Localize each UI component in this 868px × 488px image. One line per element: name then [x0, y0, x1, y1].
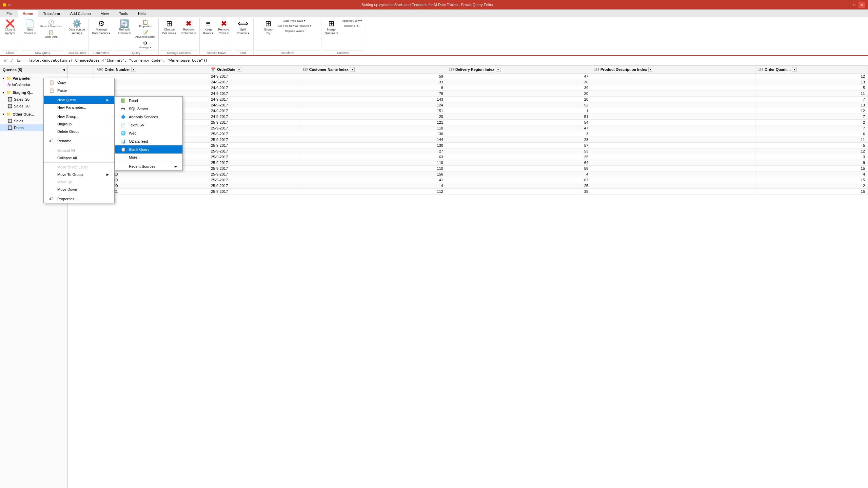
ctx-odata-feed[interactable]: 📊 OData feed: [115, 137, 182, 145]
close-button[interactable]: ✕: [859, 2, 865, 8]
ctx-new-parameter[interactable]: New Parameter...: [44, 104, 114, 111]
cell-delividx: 28: [446, 137, 591, 143]
col-label-order: Order Number: [105, 67, 130, 72]
remove-columns-button[interactable]: ✖ RemoveColumns ▾: [179, 19, 198, 37]
col-header-delivery-idx: 123 Delivery Region Index ▼: [446, 66, 591, 74]
tab-tools[interactable]: Tools: [114, 9, 133, 17]
col-filter-product[interactable]: ▼: [648, 67, 653, 72]
ctx-blank-query[interactable]: 📋 Blank Query: [115, 145, 182, 154]
cell-custidx: 76: [300, 91, 446, 97]
cell-delividx: 35: [446, 189, 591, 195]
ctx-web[interactable]: 🌐 Web: [115, 129, 182, 137]
manage-cols-group-label: Manage Columns: [160, 50, 198, 55]
merge-queries-button[interactable]: ⊞ MergeQueries ▾: [323, 19, 340, 37]
ctx-sep-6: [44, 194, 114, 194]
ctx-move-to-group[interactable]: Move To Group ▶: [44, 171, 114, 178]
sales2-icon: 🔲: [7, 104, 13, 108]
ctx-new-query[interactable]: New Query ▶: [44, 96, 114, 104]
group-by-button[interactable]: ⊞ GroupBy: [261, 19, 275, 37]
close-apply-icon: ❌: [5, 20, 15, 27]
manage-parameters-button[interactable]: ⚙ ManageParameters ▾: [90, 19, 113, 37]
cell-prodidx: [591, 91, 755, 97]
cell-delividx: 51: [446, 114, 591, 120]
replace-values-button[interactable]: Replace Values: [276, 29, 313, 33]
ctx-new-group[interactable]: New Group...: [44, 113, 114, 120]
ctx-expand-all-label: Expand All: [57, 148, 75, 152]
cell-date: 25-9-2017: [208, 143, 300, 148]
recent-sources-label: Recent Sources ▾: [40, 25, 62, 28]
cell-date: 25-9-2017: [208, 160, 300, 166]
data-type-button[interactable]: Data Type: Date ▾: [276, 19, 313, 23]
enter-data-button[interactable]: 📋 Enter Data: [39, 29, 63, 39]
enter-data-icon: 📋: [48, 30, 54, 35]
properties-button[interactable]: 📋 Properties: [134, 19, 157, 28]
cell-prodidx: [591, 183, 755, 189]
minimize-button[interactable]: ─: [844, 2, 850, 8]
ctx-more[interactable]: More...: [115, 154, 182, 161]
data-grid-container[interactable]: ABC Order Number ▼ 📅 OrderDate ▼: [68, 65, 868, 488]
advanced-editor-icon: 📝: [142, 30, 148, 35]
append-query-button[interactable]: Append Query ▾: [341, 19, 364, 23]
tab-add-column[interactable]: Add Column: [65, 9, 96, 17]
ctx-collapse-all[interactable]: Collapse All: [44, 154, 114, 162]
advanced-editor-button[interactable]: 📝 Advanced Editor: [134, 29, 157, 39]
cell-custidx: 112: [300, 189, 446, 195]
col-filter-qty[interactable]: ▼: [792, 67, 797, 72]
tab-view[interactable]: View: [96, 9, 114, 17]
ctx-text-csv[interactable]: 📄 Text/CSV: [115, 121, 182, 129]
tab-home[interactable]: Home: [18, 9, 38, 17]
ctx-delete-group-label: Delete Group: [57, 129, 79, 134]
dates-icon: 🔲: [7, 125, 13, 130]
sales-icon: 🔲: [7, 119, 13, 123]
use-first-row-button[interactable]: Use First Row as Headers ▾: [276, 24, 313, 28]
manage-icon: ⚙: [143, 40, 147, 46]
recent-sources-arrow: ▶: [175, 165, 177, 168]
tab-file[interactable]: File: [1, 9, 18, 17]
remove-rows-button[interactable]: ✖ RemoveRows ▾: [216, 19, 232, 37]
table-row: 25-9-2017 27 53 12: [68, 148, 868, 154]
manage-button[interactable]: ⚙ Manage ▾: [134, 40, 157, 49]
tab-transform[interactable]: Transform: [38, 9, 65, 17]
col-filter-order[interactable]: ▼: [131, 67, 136, 72]
data-source-settings-button[interactable]: ⚙️ Data sourcesettings: [66, 19, 87, 37]
choose-columns-button[interactable]: ⊞ ChooseColumns ▾: [160, 19, 179, 37]
tab-help[interactable]: Help: [133, 9, 151, 17]
ctx-copy[interactable]: 📋 Copy: [44, 78, 114, 86]
ctx-recent-sources-sub[interactable]: Recent Sources ▶: [115, 163, 182, 170]
keep-rows-button[interactable]: ≡ KeepRows ▾: [201, 19, 215, 37]
ctx-paste[interactable]: 📋 Paste: [44, 86, 114, 95]
col-header-order-qty: 123 Order Quanti... ▼: [755, 66, 868, 74]
ctx-properties[interactable]: 🏷 Properties...: [44, 195, 114, 203]
cell-prodidx: [591, 131, 755, 137]
cell-delividx: 4: [446, 171, 591, 177]
formula-input[interactable]: [23, 58, 866, 63]
recent-sources-button[interactable]: 🕐 Recent Sources ▾: [39, 19, 63, 28]
refresh-preview-label: RefreshPreview ▾: [118, 28, 131, 35]
refresh-preview-button[interactable]: 🔄 RefreshPreview ▾: [116, 19, 133, 37]
col-filter-customer[interactable]: ▼: [350, 67, 355, 72]
col-filter-delivery[interactable]: ▼: [496, 67, 500, 72]
formula-accept-button[interactable]: ✓: [9, 58, 15, 63]
ctx-ungroup[interactable]: Ungroup: [44, 120, 114, 128]
ctx-analysis-services[interactable]: 🔷 Analysis Services: [115, 113, 182, 121]
maximize-button[interactable]: □: [851, 2, 858, 8]
manage-parameters-icon: ⚙: [98, 20, 105, 27]
formula-cancel-button[interactable]: ✕: [2, 58, 8, 63]
ctx-delete-group[interactable]: Delete Group: [44, 128, 114, 135]
new-source-button[interactable]: 📄 NewSource ▾: [22, 19, 38, 37]
cell-custidx: 8: [300, 85, 446, 91]
query-group-label: Query: [116, 50, 157, 55]
ctx-excel[interactable]: 📗 Excel: [115, 97, 182, 105]
queries-collapse-icon[interactable]: ◂: [63, 67, 65, 72]
col-filter-date[interactable]: ▼: [237, 67, 241, 72]
ctx-sql-server[interactable]: 🗃 SQL Server: [115, 105, 182, 113]
ctx-move-down[interactable]: Move Down: [44, 186, 114, 193]
ctx-odata-label: OData feed: [129, 139, 148, 143]
close-apply-button[interactable]: ❌ Close &Apply ▾: [3, 19, 18, 37]
col-header-rownum: [68, 66, 94, 74]
ctx-properties-icon: 🏷: [49, 197, 55, 201]
cell-orderqty: 7: [755, 97, 868, 102]
ctx-rename[interactable]: 🏷 Rename: [44, 137, 114, 145]
split-column-button[interactable]: ⟺ SplitColumn ▾: [235, 19, 252, 37]
combine-files-button[interactable]: Combine Fi...: [341, 24, 364, 28]
